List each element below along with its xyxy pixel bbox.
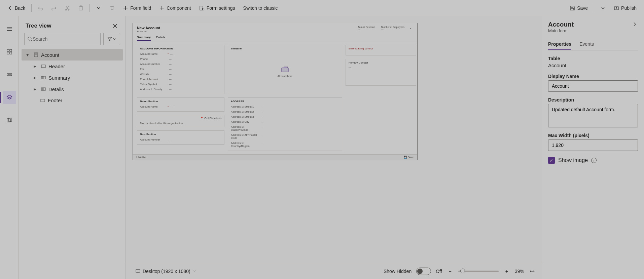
search-input[interactable]	[33, 36, 98, 42]
form-field-row[interactable]: Website---	[140, 72, 221, 77]
section-new[interactable]: New Section Account Number---	[137, 130, 224, 145]
field-value: ---	[261, 127, 264, 130]
form-field-row[interactable]: Address 1: State/Province---	[231, 124, 339, 132]
svg-rect-19	[41, 88, 45, 90]
form-field-row[interactable]: Phone---	[140, 56, 221, 62]
form-field-row[interactable]: Address 1: City---	[231, 119, 339, 124]
paste-dropdown[interactable]	[93, 3, 105, 13]
form-field-row[interactable]: Address 1: Street 3---	[231, 114, 339, 119]
form-field-row[interactable]: Account Number---	[140, 137, 221, 142]
paste-button[interactable]	[75, 3, 87, 13]
grid-icon	[6, 49, 12, 55]
field-label: Address 1: ZIP/Postal Code	[231, 133, 261, 140]
back-arrow-icon	[7, 5, 13, 11]
canvas-scroll[interactable]: New Account Account Annual Revenue--- Nu…	[126, 16, 542, 263]
required-indicator: *	[168, 52, 169, 55]
form-field-button[interactable]: Form field	[119, 3, 154, 13]
section-account-info[interactable]: ACCOUNT INFORMATION Account Name*---Phon…	[137, 45, 224, 94]
tree-item-account[interactable]: ▾ Account	[22, 49, 123, 61]
redo-button[interactable]	[48, 3, 60, 13]
left-rail: Abc	[0, 16, 19, 279]
tree-close-button[interactable]	[111, 22, 119, 30]
chevron-down-icon	[600, 5, 606, 11]
publish-icon	[614, 5, 619, 11]
rail-hamburger[interactable]	[3, 22, 16, 36]
component-button[interactable]: Component	[156, 3, 194, 13]
publish-label: Publish	[621, 5, 637, 11]
field-value: ---	[170, 105, 173, 108]
tree-item-summary[interactable]: ▸ Summary	[22, 72, 123, 83]
tree-item-label: Summary	[48, 75, 70, 81]
tree-search-box[interactable]	[24, 33, 101, 45]
form-field-row[interactable]: Address 1: County---	[140, 87, 221, 92]
viewport-selector[interactable]: Desktop (1920 x 1080)	[132, 267, 200, 276]
form-field-row[interactable]: Address 1: Country/Region---	[231, 141, 339, 149]
paste-icon	[78, 5, 83, 11]
zoom-out-button[interactable]: −	[447, 268, 454, 275]
form-preview[interactable]: New Account Account Annual Revenue--- Nu…	[133, 23, 418, 160]
fit-width-button[interactable]	[529, 268, 536, 275]
save-button[interactable]: Save	[566, 3, 591, 13]
publish-button[interactable]: Publish	[610, 3, 640, 13]
undo-button[interactable]	[34, 3, 46, 13]
switch-classic-button[interactable]: Switch to classic	[240, 3, 281, 13]
rail-libraries[interactable]	[3, 114, 16, 127]
section-primary-contact[interactable]: Primary Contact ---	[346, 59, 416, 86]
form-field-row[interactable]: Account Name*---	[140, 51, 221, 56]
show-image-checkbox[interactable]: ✓	[548, 157, 555, 164]
cut-button[interactable]	[61, 3, 73, 13]
show-hidden-toggle[interactable]	[416, 268, 431, 275]
tab-properties[interactable]: Properties	[548, 39, 571, 50]
tree-item-header[interactable]: ▸ Header	[22, 61, 123, 72]
form-field-row[interactable]: Account Number---	[140, 62, 221, 67]
filter-button[interactable]	[103, 33, 120, 45]
library-icon	[6, 117, 12, 123]
field-value: ---	[170, 52, 173, 55]
section-timeline[interactable]: Timeline Almost there	[228, 45, 342, 94]
description-input[interactable]	[548, 104, 638, 127]
tree-item-footer[interactable]: Footer	[22, 95, 123, 106]
form-settings-button[interactable]: Form settings	[196, 3, 239, 13]
preview-header: New Account Account Annual Revenue--- Nu…	[133, 23, 417, 34]
preview-tab-details[interactable]: Details	[156, 34, 166, 41]
save-icon	[570, 5, 575, 11]
display-name-input[interactable]	[548, 80, 638, 92]
field-value: ---	[261, 110, 264, 113]
form-field-label: Form field	[130, 5, 151, 11]
max-width-input[interactable]	[548, 140, 638, 151]
form-field-row[interactable]: Account Name*---	[140, 104, 221, 109]
form-field-row[interactable]: Address 1: Street 2---	[231, 109, 339, 114]
info-icon[interactable]: i	[591, 158, 597, 163]
tree-item-details[interactable]: ▸ Details	[22, 83, 123, 95]
plus-icon	[159, 5, 165, 11]
form-field-row[interactable]: Address 1: Street 1---	[231, 104, 339, 109]
section-title: ADDRESS	[231, 100, 339, 103]
preview-tab-summary[interactable]: Summary	[137, 34, 151, 41]
zoom-slider[interactable]	[458, 271, 499, 272]
delete-button[interactable]	[106, 3, 118, 13]
form-icon	[34, 52, 38, 57]
tab-events[interactable]: Events	[579, 39, 594, 50]
footer-status: Active	[139, 156, 147, 159]
preview-title: New Account	[137, 26, 160, 30]
rail-tree[interactable]	[3, 91, 16, 104]
section-address[interactable]: ADDRESS Address 1: Street 1---Address 1:…	[228, 97, 342, 151]
section-demo[interactable]: Demo Section Account Name*---	[137, 97, 224, 112]
max-width-label: Max Width (pixels)	[548, 133, 638, 138]
save-dropdown[interactable]	[597, 3, 609, 13]
form-settings-label: Form settings	[207, 5, 235, 11]
rail-components[interactable]	[3, 45, 16, 58]
zoom-in-button[interactable]: +	[503, 268, 510, 275]
form-field-row[interactable]: Fax---	[140, 67, 221, 72]
form-field-row[interactable]: Address 1: ZIP/Postal Code---	[231, 132, 339, 141]
form-field-row[interactable]: Parent Account---	[140, 77, 221, 82]
rail-fields[interactable]: Abc	[3, 68, 16, 81]
chevron-down-icon[interactable]: ⌄	[408, 26, 413, 30]
folder-icon	[281, 66, 289, 73]
back-button[interactable]: Back	[4, 3, 29, 13]
section-map[interactable]: 📍 Get Directions Map is disabled for thi…	[137, 115, 224, 127]
get-directions-link[interactable]: 📍 Get Directions	[139, 116, 223, 120]
form-field-row[interactable]: Ticker Symbol---	[140, 82, 221, 87]
props-collapse-button[interactable]	[631, 21, 638, 28]
section-error[interactable]: Error loading control	[346, 45, 416, 55]
